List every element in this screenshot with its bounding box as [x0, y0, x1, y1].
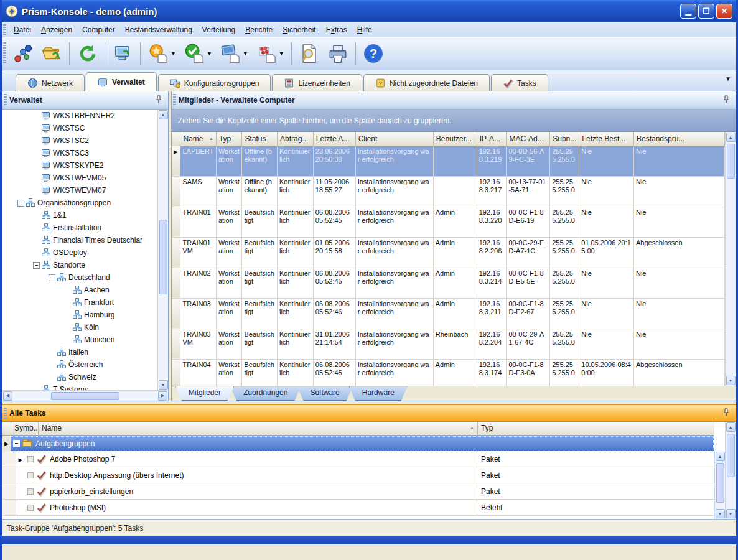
- close-button[interactable]: ✕: [716, 4, 732, 19]
- pin-icon[interactable]: [722, 95, 732, 105]
- task-checkbox[interactable]: [27, 472, 34, 478]
- tree-item-wkstsc2[interactable]: WKSTSC2: [2, 134, 157, 147]
- print-button[interactable]: [324, 40, 352, 67]
- task-checkbox[interactable]: [27, 505, 34, 511]
- tree-item-standorte[interactable]: Standorte: [2, 259, 157, 271]
- task-row[interactable]: Photoshop (MSI)Befehl: [2, 500, 714, 516]
- tree-item-financial-times-deutschlar[interactable]: Financial Times Deutschlar: [2, 234, 157, 246]
- tree-vertical-scrollbar[interactable]: ▲ ▼: [157, 110, 168, 390]
- remote-computer-button[interactable]: [109, 40, 136, 67]
- column-header-typ[interactable]: Typ: [216, 132, 242, 146]
- footer-tab-mitglieder[interactable]: Mitglieder: [175, 386, 234, 401]
- menu-item-datei[interactable]: Datei: [9, 24, 36, 36]
- members-scroll-thumb[interactable]: [727, 144, 735, 179]
- dropdown-arrow-icon[interactable]: ▼: [243, 50, 248, 57]
- pin-icon[interactable]: [722, 408, 732, 418]
- tree-item-italien[interactable]: Italien: [2, 346, 157, 358]
- table-row[interactable]: TRAIN01WorkstationBeaufsichtigtKontinuie…: [172, 207, 725, 237]
- menu-item-berichte[interactable]: Berichte: [240, 24, 278, 36]
- tree-item-1-1[interactable]: 1&1: [2, 209, 157, 222]
- tree-item-wkstwevm05[interactable]: WKSTWEVM05: [2, 172, 157, 184]
- collapse-icon[interactable]: [33, 262, 40, 269]
- open-folder-button[interactable]: [38, 40, 65, 67]
- column-header-client[interactable]: Client: [355, 132, 433, 146]
- column-header-letzte-a-[interactable]: Letzte A...: [313, 132, 355, 146]
- menu-item-hilfe[interactable]: Hilfe: [352, 24, 377, 36]
- scroll-down-icon[interactable]: ▼: [726, 509, 736, 518]
- tab-konfigurationsgruppen[interactable]: Konfigurationsgruppen: [158, 74, 271, 91]
- tab-nicht-zugeordnete-dateien[interactable]: ?Nicht zugeordnete Dateien: [363, 74, 490, 91]
- tree-item-deutschland[interactable]: Deutschland: [2, 271, 157, 284]
- column-header-mac-ad-[interactable]: MAC-Ad...: [507, 132, 550, 146]
- members-vertical-scrollbar[interactable]: ▲ ▼: [725, 132, 736, 386]
- tree-item-wkstsc3[interactable]: WKSTSC3: [2, 147, 157, 159]
- scroll-down-icon[interactable]: ▼: [726, 376, 736, 385]
- tree-item-wkstwevm07[interactable]: WKSTWEVM07: [2, 184, 157, 197]
- tree-item-aachen[interactable]: Aachen: [2, 284, 157, 296]
- column-header-ip-a-[interactable]: IP-A...: [477, 132, 507, 146]
- tree-item-frankfurt[interactable]: Frankfurt: [2, 296, 157, 309]
- collapse-icon[interactable]: [13, 440, 20, 447]
- tree-item-erstinstallation[interactable]: Erstinstallation: [2, 222, 157, 234]
- task-checkbox[interactable]: [27, 456, 34, 462]
- help-button[interactable]: ?: [360, 40, 387, 67]
- tab-verwaltet[interactable]: Verwaltet: [86, 72, 157, 91]
- footer-tab-zuordnungen[interactable]: Zuordnungen: [230, 386, 301, 401]
- maximize-button[interactable]: ❐: [698, 4, 714, 19]
- column-header-status[interactable]: Status: [242, 132, 278, 146]
- tree-item-organisationsgruppen[interactable]: Organisationsgruppen: [2, 197, 157, 209]
- menu-item-verteilung[interactable]: Verteilung: [197, 24, 240, 36]
- menubar-grip[interactable]: [3, 24, 6, 34]
- task-row[interactable]: ▶Adobe Photoshop 7Paket: [2, 451, 714, 467]
- tasks-column-header-symb[interactable]: Symb...: [11, 422, 39, 436]
- refresh-button[interactable]: [73, 40, 101, 67]
- tree-hscroll-thumb[interactable]: [51, 392, 119, 400]
- tree-item-wkstsc[interactable]: WKSTSC: [2, 122, 157, 134]
- tasks-outer-scrollbar[interactable]: ▲ ▼: [725, 422, 736, 519]
- tasks-column-header-typ[interactable]: Typ: [478, 422, 714, 436]
- group-by-bar[interactable]: Ziehen Sie die Kopfzeile einer Spalte hi…: [172, 110, 736, 132]
- column-header-subn-[interactable]: Subn...: [550, 132, 579, 146]
- table-row[interactable]: TRAIN03 VMWorkstationBeaufsichtigtKontin…: [172, 329, 725, 359]
- tree-item-k-ln[interactable]: Köln: [2, 321, 157, 334]
- column-header-benutzer-[interactable]: Benutzer...: [433, 132, 477, 146]
- tree-item-hamburg[interactable]: Hamburg: [2, 309, 157, 321]
- network-topology-button[interactable]: [9, 40, 37, 67]
- collapse-icon[interactable]: [17, 200, 24, 207]
- menu-item-bestandsverwaltung[interactable]: Bestandsverwaltung: [120, 24, 197, 36]
- scroll-left-icon[interactable]: ◀: [3, 391, 12, 401]
- scroll-up-icon[interactable]: ▲: [726, 422, 736, 432]
- footer-tab-hardware[interactable]: Hardware: [349, 386, 408, 401]
- footer-tab-software[interactable]: Software: [297, 386, 352, 401]
- scroll-up-icon[interactable]: ▲: [726, 133, 736, 142]
- column-header-name[interactable]: Name▲: [180, 132, 216, 146]
- verify-button[interactable]: ▼: [180, 40, 215, 67]
- table-row[interactable]: TRAIN01 VMWorkstationBeaufsichtigtKontin…: [172, 237, 725, 268]
- inventory-button[interactable]: ▼: [144, 40, 179, 67]
- tasks-outer-thumb[interactable]: [727, 434, 735, 477]
- tree-item-t-systems[interactable]: T-Systems: [2, 383, 157, 390]
- minimize-button[interactable]: ▁: [680, 4, 696, 19]
- menu-item-extras[interactable]: Extras: [321, 24, 352, 36]
- tree-item-wkstbrenner2[interactable]: WKSTBRENNER2: [2, 110, 157, 122]
- toolbar-grip[interactable]: [3, 42, 6, 65]
- distribute-button[interactable]: ▼: [217, 40, 251, 67]
- scroll-up-icon[interactable]: ▲: [716, 452, 725, 461]
- table-row[interactable]: SAMSWorkstationOffline (bekannt)Kontinui…: [172, 176, 725, 207]
- task-checkbox[interactable]: [27, 488, 34, 495]
- tasks-column-header-name[interactable]: Name ▲: [39, 422, 478, 436]
- tasks-inner-thumb[interactable]: [716, 463, 724, 503]
- collapse-icon[interactable]: [49, 274, 55, 281]
- preview-button[interactable]: [296, 40, 323, 67]
- column-header-abfrag-[interactable]: Abfrag...: [277, 132, 313, 146]
- column-header-letzte-best-[interactable]: Letzte Best...: [579, 132, 634, 146]
- scroll-up-icon[interactable]: ▲: [159, 110, 168, 119]
- menu-item-anzeigen[interactable]: Anzeigen: [36, 24, 77, 36]
- tree-item-m-nchen[interactable]: München: [2, 334, 157, 346]
- dropdown-arrow-icon[interactable]: ▼: [170, 50, 176, 57]
- table-row[interactable]: TRAIN03WorkstationBeaufsichtigtKontinuie…: [172, 298, 725, 329]
- scroll-down-icon[interactable]: ▼: [716, 509, 725, 518]
- package-button[interactable]: ▼: [253, 40, 287, 67]
- menu-item-computer[interactable]: Computer: [77, 24, 120, 36]
- tree-item-schweiz[interactable]: Schweiz: [2, 371, 157, 383]
